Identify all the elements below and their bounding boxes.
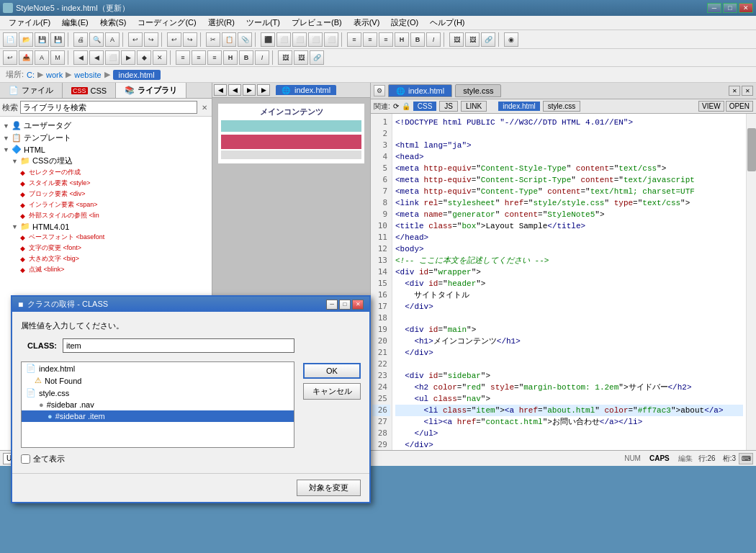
tb2-btn-4[interactable]: M bbox=[50, 50, 65, 65]
tree-item-usertag[interactable]: ▼ 👤 ユーザータグ bbox=[0, 120, 212, 132]
tb-btn-5[interactable]: ↪ bbox=[183, 32, 197, 47]
breadcrumb-drive[interactable]: C: bbox=[27, 71, 35, 79]
undo-button[interactable]: ↩ bbox=[128, 32, 143, 47]
tb2-btn-8[interactable]: ▶ bbox=[121, 50, 135, 65]
link-badge[interactable]: LINK bbox=[461, 101, 487, 112]
align-left-button[interactable]: ≡ bbox=[347, 32, 361, 47]
tb2-btn-1[interactable]: ↩ bbox=[3, 50, 17, 65]
nav-prev-button[interactable]: ▶ bbox=[243, 84, 256, 96]
code-editor[interactable]: 1 2 3 4 5 6 7 8 9 10 11 12 13 14 15 16 1… bbox=[371, 114, 756, 450]
cancel-button[interactable]: キャンセル bbox=[303, 383, 361, 400]
save-button[interactable]: 💾 bbox=[35, 32, 49, 47]
tree-item-css-embed[interactable]: ▼ 📁 CSSの埋込 bbox=[0, 155, 212, 167]
tree-item-blink[interactable]: ◆ 点滅 <blink> bbox=[0, 264, 212, 275]
tree-item-basefont[interactable]: ◆ ベースフォント <basefont bbox=[0, 232, 212, 243]
tb2-img2[interactable]: 🖼 bbox=[294, 50, 308, 65]
nav-next-button[interactable]: ▶ bbox=[257, 84, 270, 96]
file-list[interactable]: 📄 index.html ⚠ Not Found 📄 style.css bbox=[21, 361, 294, 448]
editor-settings-btn[interactable]: ⚙ bbox=[374, 85, 385, 96]
tb2-btn-10[interactable]: ✕ bbox=[153, 50, 167, 65]
ok-button[interactable]: OK bbox=[303, 363, 361, 379]
tb2-bold[interactable]: H bbox=[223, 50, 238, 65]
menu-settings[interactable]: 設定(O) bbox=[385, 16, 424, 30]
minimize-button[interactable]: ─ bbox=[707, 3, 721, 13]
class-input[interactable] bbox=[63, 338, 294, 353]
tree-item-link-ref[interactable]: ◆ 外部スタイルの参照 <lin bbox=[0, 210, 212, 221]
scroll-thumb[interactable] bbox=[747, 128, 756, 171]
tb-btn-8[interactable]: ⬜ bbox=[292, 32, 307, 47]
italic-button[interactable]: I bbox=[426, 32, 441, 47]
tb2-align1[interactable]: ≡ bbox=[176, 50, 190, 65]
lock-icon[interactable]: 🔒 bbox=[402, 102, 410, 110]
tb2-btn-6[interactable]: ◀ bbox=[89, 50, 104, 65]
paste-button[interactable]: 📎 bbox=[238, 32, 252, 47]
search-input[interactable] bbox=[20, 101, 197, 114]
menu-search[interactable]: 検索(S) bbox=[94, 16, 132, 30]
js-badge[interactable]: JS bbox=[439, 101, 458, 112]
dialog-close-btn[interactable]: ✕ bbox=[352, 300, 364, 310]
tb2-align2[interactable]: ≡ bbox=[192, 50, 206, 65]
breadcrumb-website[interactable]: website bbox=[74, 71, 101, 79]
tb2-btn-9[interactable]: ◆ bbox=[137, 50, 151, 65]
close-icon[interactable]: ✕ bbox=[742, 86, 753, 96]
dialog-minimize-btn[interactable]: ─ bbox=[326, 300, 338, 310]
tree-item-template[interactable]: ▼ 📋 テンプレート bbox=[0, 132, 212, 144]
tb-btn-4[interactable]: ↩ bbox=[167, 32, 181, 47]
close-all-icon[interactable]: ✕ bbox=[729, 86, 740, 96]
tb2-bold2[interactable]: B bbox=[239, 50, 253, 65]
bold-button[interactable]: H bbox=[395, 32, 409, 47]
find-button[interactable]: 🔍 bbox=[89, 32, 104, 47]
tree-item-html[interactable]: ▼ 🔷 HTML bbox=[0, 144, 212, 155]
menu-coding[interactable]: コーディング(C) bbox=[132, 16, 202, 30]
close-button[interactable]: ✕ bbox=[739, 3, 753, 13]
align-right-button[interactable]: ≡ bbox=[379, 32, 393, 47]
nav-forward-button[interactable]: ◀ bbox=[228, 84, 241, 96]
file-item-sidebar-item[interactable]: ● #sidebar .item bbox=[22, 410, 294, 422]
tab-style-css[interactable]: style.css bbox=[455, 84, 501, 97]
tree-item-big[interactable]: ◆ 大きめ文字 <big> bbox=[0, 253, 212, 264]
tb2-btn-7[interactable]: ⬜ bbox=[105, 50, 120, 65]
tb-btn-10[interactable]: ⬜ bbox=[324, 32, 338, 47]
open-button[interactable]: OPEN bbox=[726, 101, 753, 112]
tb-btn-3[interactable]: A bbox=[105, 32, 120, 47]
menu-select[interactable]: 選択(R) bbox=[202, 16, 240, 30]
code-content[interactable]: <!DOCTYPE html PUBLIC "-//W3C//DTD HTML … bbox=[392, 114, 746, 450]
save-all-button[interactable]: 💾 bbox=[50, 32, 65, 47]
tb2-link[interactable]: 🔗 bbox=[310, 50, 324, 65]
tab-css[interactable]: CSS CSS bbox=[63, 83, 116, 98]
file-item-notfound[interactable]: ⚠ Not Found bbox=[22, 374, 294, 387]
menu-file[interactable]: ファイル(F) bbox=[3, 16, 56, 30]
align-center-button[interactable]: ≡ bbox=[363, 32, 377, 47]
redo-button[interactable]: ↪ bbox=[144, 32, 158, 47]
tree-item-font[interactable]: ◆ 文字の変更 <font> bbox=[0, 243, 212, 253]
search-close-icon[interactable]: ✕ bbox=[199, 102, 210, 112]
maximize-button[interactable]: □ bbox=[723, 3, 737, 13]
tb2-align3[interactable]: ≡ bbox=[207, 50, 222, 65]
tab-library[interactable]: 📚 ライブラリ bbox=[116, 83, 186, 98]
tb-btn-6[interactable]: ⬛ bbox=[261, 32, 275, 47]
file-item-index[interactable]: 📄 index.html bbox=[22, 362, 294, 374]
code-scrollbar[interactable] bbox=[746, 114, 756, 450]
copy-button[interactable]: 📋 bbox=[222, 32, 236, 47]
menu-preview[interactable]: プレビュー(B) bbox=[286, 16, 348, 30]
open-button[interactable]: 📂 bbox=[19, 32, 33, 47]
new-button[interactable]: 📄 bbox=[3, 32, 17, 47]
img2-button[interactable]: 🖼 bbox=[465, 32, 480, 47]
tb2-btn-5[interactable]: ◀ bbox=[73, 50, 88, 65]
tb2-italic[interactable]: I bbox=[255, 50, 269, 65]
img-button[interactable]: 🖼 bbox=[449, 32, 464, 47]
tb2-img[interactable]: 🖼 bbox=[278, 50, 292, 65]
menu-edit[interactable]: 編集(E) bbox=[56, 16, 94, 30]
nav-back-button[interactable]: ◀ bbox=[214, 84, 227, 96]
refresh-icon[interactable]: ⟳ bbox=[393, 102, 399, 110]
file-item-style[interactable]: 📄 style.css bbox=[22, 387, 294, 399]
style-file-tab[interactable]: style.css bbox=[543, 101, 580, 112]
file-item-sidebar-nav[interactable]: ● #sidebar .nav bbox=[22, 399, 294, 410]
breadcrumb-current[interactable]: index.html bbox=[113, 70, 161, 80]
menu-help[interactable]: ヘルプ(H) bbox=[424, 16, 470, 30]
active-file-tab[interactable]: index.html bbox=[498, 102, 540, 111]
bold-b-button[interactable]: B bbox=[410, 32, 425, 47]
view-button[interactable]: VIEW bbox=[698, 101, 724, 112]
tb-btn-9[interactable]: ⬜ bbox=[308, 32, 323, 47]
tb-btn-7[interactable]: ⬜ bbox=[276, 32, 291, 47]
